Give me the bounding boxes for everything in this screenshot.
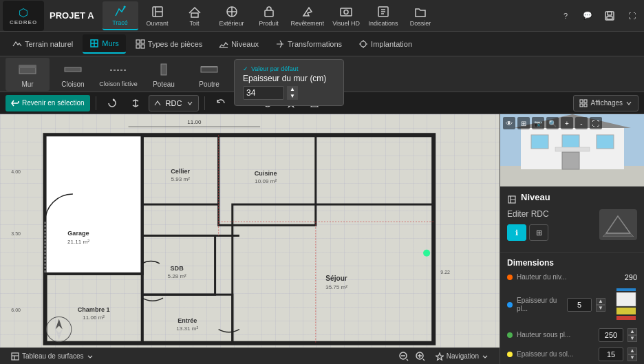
zoom-in-btn[interactable] — [414, 350, 427, 363]
svg-rect-85 — [531, 135, 548, 149]
tab-types-pieces[interactable]: Types de pièces — [129, 34, 210, 54]
preview-ctrl-2[interactable]: ⊞ — [517, 117, 530, 129]
svg-text:11.00: 11.00 — [187, 119, 202, 125]
toolbar-exterieur[interactable]: Extérieur — [214, 1, 250, 30]
toolbar-toit-label: Toit — [190, 20, 200, 27]
dot-yellow — [507, 352, 513, 357]
tab-implantation[interactable]: Implantation — [352, 34, 419, 54]
thickness-up[interactable]: ▲ — [287, 86, 298, 93]
tool-cloison[interactable]: Cloison — [51, 58, 95, 91]
up-epaisseur-pl[interactable]: ▲ — [596, 298, 605, 305]
down-epaisseur-pl[interactable]: ▼ — [596, 305, 605, 312]
tool-mur-label: Mur — [21, 81, 33, 88]
floor-selector[interactable]: RDC — [149, 95, 200, 111]
toolbar-trace-label: Tracé — [112, 19, 128, 26]
thickness-down[interactable]: ▼ — [287, 93, 298, 100]
svg-text:Cellier: Cellier — [171, 168, 190, 175]
preview-ctrl-1[interactable]: 👁 — [503, 117, 515, 129]
dim-input-epaisseur-pl[interactable]: 5 — [567, 298, 592, 312]
dim-value-0: 290 — [616, 273, 637, 281]
dim-input-epaisseur-sol[interactable]: 15 — [599, 347, 623, 361]
dim-row-epaisseur-pl: Epaisseur du pl... 5 ▲ ▼ — [507, 287, 637, 323]
toolbar-produit[interactable]: Produit — [251, 1, 287, 30]
bottom-bar: Tableau de surfaces Navigation — [0, 347, 500, 364]
svg-point-70 — [423, 250, 430, 257]
toolbar-right: ? 💬 ⛶ — [556, 6, 641, 25]
tab-niveaux[interactable]: Niveaux — [212, 34, 266, 54]
preview-ctrl-3[interactable]: 📷 — [532, 117, 544, 129]
display-btn[interactable]: Affichages — [573, 95, 638, 111]
svg-rect-5 — [341, 8, 352, 16]
rotate-btn[interactable] — [102, 95, 122, 111]
thickness-input[interactable]: 34 — [243, 86, 284, 100]
second-toolbar: Terrain naturel Murs Types de pièces Niv… — [0, 32, 644, 56]
svg-text:Garage: Garage — [67, 230, 89, 237]
down-hauteur-sous[interactable]: ▼ — [627, 335, 637, 342]
mirror-btn[interactable] — [125, 95, 146, 111]
logo-text: CEDREO — [10, 19, 37, 25]
undo-btn[interactable] — [211, 95, 231, 111]
svg-rect-2 — [191, 13, 198, 17]
tool-poteau[interactable]: Poteau — [142, 58, 186, 91]
dot-green — [507, 332, 513, 338]
toolbar-produit-label: Produit — [259, 20, 279, 27]
save-btn[interactable] — [600, 6, 619, 25]
panel-tab-info[interactable]: ℹ — [507, 224, 526, 241]
svg-text:5.28 m²: 5.28 m² — [167, 273, 186, 279]
toolbar-dossier[interactable]: Dossier — [402, 1, 438, 30]
toolbar-trace[interactable]: Tracé — [103, 1, 138, 30]
navigation-btn[interactable]: Navigation — [430, 351, 494, 362]
preview-ctrl-4[interactable]: 🔍 — [546, 117, 559, 129]
floor-plan[interactable]: 11.00 — [0, 114, 500, 364]
tab-terrain[interactable]: Terrain naturel — [6, 34, 80, 54]
svg-text:10.09 m²: 10.09 m² — [255, 178, 277, 184]
preview-ctrl-5[interactable]: + — [561, 117, 573, 129]
tab-types-pieces-label: Types de pièces — [148, 40, 203, 48]
toolbar-toit[interactable]: Toit — [177, 1, 213, 30]
svg-text:9.22: 9.22 — [440, 270, 450, 275]
preview-ctrl-6[interactable]: - — [575, 117, 588, 129]
help-btn[interactable]: ? — [556, 6, 575, 25]
tool-poutre[interactable]: Poutre — [187, 58, 231, 91]
floor-label: RDC — [166, 99, 182, 107]
thickness-spinner: ▲ ▼ — [287, 86, 298, 100]
toolbar-revetement[interactable]: Revêtement — [288, 1, 328, 30]
dim-input-hauteur-sous[interactable]: 250 — [599, 328, 623, 342]
chat-btn[interactable]: 💬 — [578, 6, 597, 25]
panel-tab-view[interactable]: ⊞ — [529, 224, 548, 241]
tab-murs[interactable]: Murs — [83, 34, 125, 54]
fullscreen-btn[interactable]: ⛶ — [622, 6, 641, 25]
surfaces-btn[interactable]: Tableau de surfaces — [6, 351, 99, 362]
bottom-right: Navigation — [397, 350, 494, 363]
back-to-selection-btn[interactable]: Revenir en sélection — [6, 95, 90, 111]
tool-poutre-label: Poutre — [199, 81, 219, 88]
svg-rect-33 — [45, 135, 142, 274]
preview-ctrl-7[interactable]: ⛶ — [590, 117, 602, 129]
project-name: PROJET A — [50, 10, 94, 21]
toolbar-ouvrant[interactable]: Ouvrant — [140, 1, 175, 30]
up-epaisseur-sol[interactable]: ▲ — [627, 347, 637, 354]
tool-cloison-fictive[interactable]: Cloison fictive — [96, 58, 140, 91]
navigation-label: Navigation — [447, 352, 479, 360]
svg-rect-4 — [265, 10, 273, 17]
up-hauteur-sous[interactable]: ▲ — [627, 328, 637, 335]
toolbar-indications[interactable]: Indications — [365, 1, 401, 30]
logo[interactable]: ⬡ CEDREO — [3, 1, 44, 31]
zoom-out-btn[interactable] — [397, 350, 411, 363]
level-section: Niveau Editer RDC ℹ ⊞ — [500, 186, 644, 253]
canvas-area[interactable]: 11.00 — [0, 114, 500, 364]
tool-mur[interactable]: Mur — [6, 58, 50, 91]
svg-text:Chambre 1: Chambre 1 — [78, 306, 110, 313]
separator-2 — [204, 96, 205, 110]
thickness-default-label: ✓ Valeur par défaut — [243, 65, 335, 72]
svg-text:35.75 m²: 35.75 m² — [325, 284, 347, 290]
panel-tabs: ℹ ⊞ — [507, 224, 594, 241]
svg-text:5.93 m²: 5.93 m² — [171, 176, 191, 182]
separator-1 — [96, 96, 96, 110]
svg-rect-89 — [555, 147, 590, 151]
toolbar-visuel-hd[interactable]: Visuel HD — [328, 1, 364, 30]
svg-rect-28 — [580, 104, 583, 107]
down-epaisseur-sol[interactable]: ▼ — [627, 354, 637, 361]
svg-rect-97 — [616, 316, 636, 320]
tab-transformations[interactable]: Transformations — [268, 34, 349, 54]
